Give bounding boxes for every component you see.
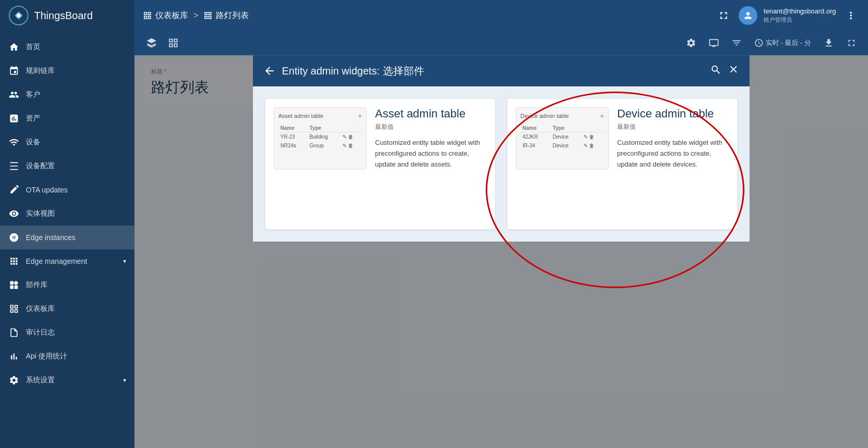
sidebar-item-edge-management[interactable]: Edge management ▾ [0,249,134,273]
table-row: NR24s Group ✎ 🗑 [278,141,362,150]
device-row2-name: IR-34 [520,141,550,150]
tv-button[interactable] [706,35,722,51]
avatar [739,6,757,25]
entity-view-icon [8,208,20,219]
modal-search-button[interactable] [710,64,722,78]
asset-row2-name: NR24s [278,141,307,150]
time-label: 实时 - 最后 - 分 [766,38,811,48]
sidebar-item-customers-label: 客户 [26,90,126,99]
table-row: 42JKR Device ✎ 🗑 [520,132,604,142]
edge-instances-icon [8,232,20,243]
logo-area: ThingsBoard [0,0,134,31]
toolbar-right: 实时 - 最后 - 分 [683,35,860,51]
asset-row2-actions: ✎ 🗑 [340,141,362,150]
rules-icon [8,65,20,77]
device-admin-table-name: Device admin table [617,107,729,121]
time-button[interactable]: 实时 - 最后 - 分 [751,35,814,51]
modal-overlay: Entity admin widgets: 选择部件 [134,55,868,448]
topbar: 仪表板库 > 路灯列表 tenant@thingsboard.org 租户管理员 [134,0,868,31]
chevron-down-icon-settings: ▾ [123,377,126,384]
device-admin-table-info: Device admin table 最新值 Customized entity… [617,107,729,170]
device-row1-actions: ✎ 🗑 [581,132,604,142]
grid-icon [203,11,213,20]
dashboards-icon [8,303,20,315]
breadcrumb: 仪表板库 > 路灯列表 [143,10,715,21]
asset-row1-type: Building [307,132,340,142]
sidebar-item-audit-label: 审计日志 [26,328,126,337]
sidebar-item-system-settings-label: 系统设置 [26,376,121,385]
table-row: YR-23 Building ✎ 🗑 [278,132,362,142]
sidebar-item-audit[interactable]: 审计日志 [0,321,134,345]
device-row2-actions: ✎ 🗑 [581,141,604,150]
asset-admin-table-name: Asset admin table [375,107,487,121]
device-config-icon [8,160,20,172]
chevron-down-icon: ▾ [123,258,126,265]
customers-icon [8,89,20,100]
user-email: tenant@thingsboard.org [764,7,836,16]
preview-device-title: Device admin table [520,113,569,119]
device-row1-type: Device [550,132,581,142]
download-button[interactable] [820,35,837,51]
asset-admin-table-desc: Customized entity table widget with prec… [375,138,487,170]
sidebar-item-rules-label: 规则链库 [26,66,126,76]
breadcrumb-separator: > [193,11,198,20]
sidebar-item-device-config[interactable]: 设备配置 [0,154,134,178]
sidebar-item-ota[interactable]: OTA updates [0,178,134,202]
sidebar-item-dashboards[interactable]: 仪表板库 [0,297,134,321]
preview-device-col2: Type [550,124,581,132]
table-row: IR-34 Device ✎ 🗑 [520,141,604,150]
preview-asset-add: + [358,112,362,120]
sidebar-item-edge-instances[interactable]: Edge instances [0,226,134,249]
sidebar-nav: 首页 规则链库 客户 资产 设备 [0,31,134,448]
asset-admin-table-subtitle: 最新值 [375,123,487,131]
widgets-icon [8,279,20,291]
sidebar-item-system-settings[interactable]: 系统设置 ▾ [0,368,134,392]
dashboard-toolbar: 实时 - 最后 - 分 [134,31,868,55]
sidebar-item-rules[interactable]: 规则链库 [0,59,134,83]
fullscreen-button[interactable] [843,35,860,51]
more-options-button[interactable] [842,7,860,24]
modal-title: Entity admin widgets: 选择部件 [282,64,710,78]
device-admin-table-preview: Device admin table + Name Type [516,107,609,170]
asset-row1-actions: ✎ 🗑 [340,132,362,142]
sidebar: ThingsBoard 首页 规则链库 客户 [0,0,134,448]
layers-button[interactable] [143,34,160,52]
sidebar-item-entity-view[interactable]: 实体视图 [0,202,134,226]
dashboard-lib-icon [143,11,152,20]
modal-back-button[interactable] [263,65,276,77]
dashboard-content: 标题 * 路灯列表 Entity admin widgets: 选择部件 [134,55,868,448]
sidebar-item-assets[interactable]: 资产 [0,107,134,130]
asset-admin-table-preview: Asset admin table + Name Type [274,107,367,170]
devices-icon [8,137,20,148]
device-admin-table-card[interactable]: Device admin table + Name Type [507,99,737,229]
grid-view-button[interactable] [164,34,182,52]
api-icon [8,351,20,362]
svg-point-1 [17,13,21,18]
sidebar-item-customers[interactable]: 客户 [0,83,134,107]
sidebar-item-api[interactable]: Api 使用统计 [0,345,134,368]
app-name: ThingsBoard [34,10,93,22]
sidebar-item-home-label: 首页 [26,42,126,52]
sidebar-item-home[interactable]: 首页 [0,35,134,59]
assets-icon [8,113,20,124]
sidebar-item-device-config-label: 设备配置 [26,161,126,171]
preview-device-add: + [600,112,604,120]
sidebar-item-dashboards-label: 仪表板库 [26,304,126,313]
sidebar-item-edge-instances-label: Edge instances [26,233,126,242]
modal-header: Entity admin widgets: 选择部件 [253,55,750,86]
sidebar-item-widgets-label: 部件库 [26,280,126,290]
audit-icon [8,327,20,338]
edge-management-icon [8,256,20,267]
modal-close-button[interactable] [728,64,739,78]
asset-row2-type: Group [307,141,340,150]
fullscreen-topbar-button[interactable] [715,7,732,24]
asset-admin-table-card[interactable]: Asset admin table + Name Type [265,99,495,229]
preview-asset-title: Asset admin table [278,113,323,119]
sidebar-item-entity-view-label: 实体视图 [26,209,126,218]
preview-asset-col2: Type [307,124,340,132]
breadcrumb-part1: 仪表板库 [155,10,188,21]
filter-button[interactable] [728,35,745,51]
sidebar-item-widgets[interactable]: 部件库 [0,273,134,297]
settings-toolbar-button[interactable] [683,35,699,51]
sidebar-item-devices[interactable]: 设备 [0,130,134,154]
